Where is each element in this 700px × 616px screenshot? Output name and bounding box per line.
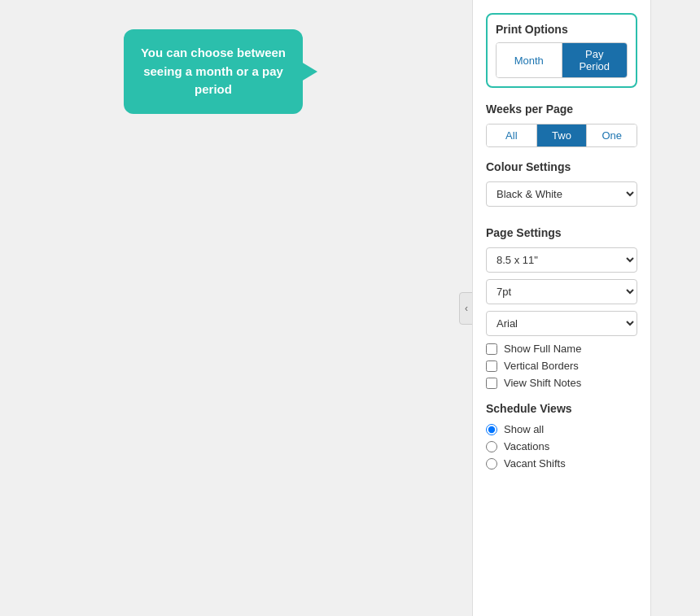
tooltip-text: You can choose between seeing a month or… <box>141 46 286 96</box>
radio-show-all-label: Show all <box>504 423 544 435</box>
page-container: You can choose between seeing a month or… <box>0 0 700 616</box>
font-select[interactable]: Arial Times New Roman Calibri <box>486 311 637 336</box>
checkbox-vertical-borders-input[interactable] <box>486 360 497 372</box>
btn-all[interactable]: All <box>487 125 537 146</box>
page-settings-section: Page Settings 8.5 x 11" A4 Letter 6pt 7p… <box>486 226 637 389</box>
print-panel: Print Options Month Pay Period Weeks per… <box>472 0 651 616</box>
print-options-btn-group: Month Pay Period <box>496 42 628 78</box>
font-size-select[interactable]: 6pt 7pt 8pt 9pt 10pt <box>486 279 637 304</box>
chevron-left-icon: ‹ <box>465 303 468 314</box>
checkbox-view-shift-notes-label: View Shift Notes <box>504 377 581 389</box>
radio-show-all: Show all <box>486 423 637 435</box>
colour-settings-select[interactable]: Black & White Colour <box>486 181 637 207</box>
radio-vacations-label: Vacations <box>504 440 549 452</box>
schedule-views-title: Schedule Views <box>486 402 637 415</box>
radio-vacant-shifts: Vacant Shifts <box>486 457 637 470</box>
checkbox-vertical-borders: Vertical Borders <box>486 360 637 372</box>
weeks-per-page-section: Weeks per Page All Two One <box>486 103 637 147</box>
checkbox-show-full-name: Show Full Name <box>486 343 637 355</box>
colour-settings-title: Colour Settings <box>486 160 637 173</box>
weeks-btn-group: All Two One <box>486 124 637 147</box>
schedule-views-section: Schedule Views Show all Vacations Vacant… <box>486 402 637 470</box>
print-options-title: Print Options <box>496 23 628 36</box>
btn-month[interactable]: Month <box>497 43 562 77</box>
checkbox-vertical-borders-label: Vertical Borders <box>504 360 579 372</box>
btn-two[interactable]: Two <box>537 125 588 146</box>
checkbox-view-shift-notes: View Shift Notes <box>486 377 637 389</box>
btn-one[interactable]: One <box>587 125 637 146</box>
radio-vacations-input[interactable] <box>486 441 497 452</box>
radio-vacations: Vacations <box>486 440 637 452</box>
checkbox-show-full-name-input[interactable] <box>486 343 497 355</box>
weeks-per-page-title: Weeks per Page <box>486 103 637 116</box>
radio-vacant-shifts-label: Vacant Shifts <box>504 457 566 470</box>
checkbox-show-full-name-label: Show Full Name <box>504 343 581 355</box>
checkbox-view-shift-notes-input[interactable] <box>486 378 497 389</box>
btn-pay-period[interactable]: Pay Period <box>562 43 628 77</box>
radio-show-all-input[interactable] <box>486 424 497 435</box>
colour-settings-section: Colour Settings Black & White Colour <box>486 160 637 213</box>
page-settings-title: Page Settings <box>486 226 637 239</box>
tooltip-bubble: You can choose between seeing a month or… <box>124 29 303 114</box>
print-options-section: Print Options Month Pay Period <box>486 13 637 88</box>
radio-vacant-shifts-input[interactable] <box>486 458 497 470</box>
page-size-select[interactable]: 8.5 x 11" A4 Letter <box>486 247 637 273</box>
